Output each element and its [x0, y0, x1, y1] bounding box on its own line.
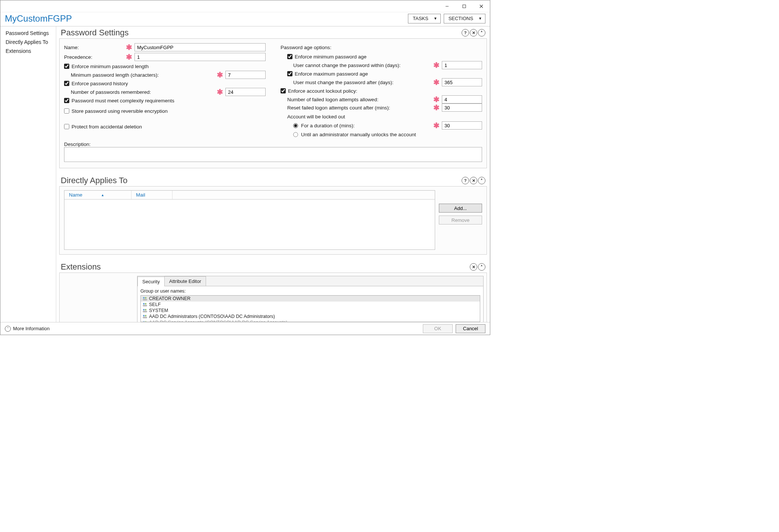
maximize-button[interactable]	[456, 0, 473, 12]
cancel-button[interactable]: Cancel	[456, 324, 485, 333]
protect-label: Protect from accidental deletion	[72, 124, 142, 130]
protect-deletion-checkbox[interactable]	[64, 124, 69, 129]
group-icon	[142, 302, 148, 307]
reversible-encryption-checkbox[interactable]	[64, 108, 69, 114]
main-area: Password Settings Directly Applies To Ex…	[0, 26, 490, 322]
sidebar-item-directly-applies[interactable]: Directly Applies To	[0, 38, 56, 47]
name-input[interactable]	[134, 43, 266, 51]
required-icon: ✱	[431, 79, 442, 86]
group-user-listbox[interactable]: CREATOR OWNER SELF SYSTEM	[140, 295, 480, 322]
directly-applies-panel: Name ▲ Mail Add... Remove	[59, 186, 487, 255]
section-title: Directly Applies To	[61, 176, 127, 185]
header: MyCustomFGPP TASKS ▼ SECTIONS ▼	[0, 12, 490, 26]
close-section-icon[interactable]: ✕	[470, 29, 477, 36]
lockout-admin-radio[interactable]	[293, 132, 298, 137]
history-count-label: Number of passwords remembered:	[71, 89, 151, 95]
sidebar-item-extensions[interactable]: Extensions	[0, 47, 56, 55]
column-header-name[interactable]: Name ▲	[64, 191, 132, 199]
section-header-directly-applies: Directly Applies To ? ✕ ˄	[59, 174, 487, 186]
enforce-max-age-checkbox[interactable]	[287, 71, 292, 76]
minimize-button[interactable]	[438, 0, 456, 12]
help-icon[interactable]: ?	[462, 29, 469, 36]
add-button[interactable]: Add...	[439, 204, 482, 213]
max-age-label: User must change the password after (day…	[293, 80, 393, 85]
svg-point-10	[143, 309, 145, 311]
svg-rect-1	[463, 5, 466, 8]
svg-rect-6	[143, 299, 147, 300]
group-icon	[142, 308, 148, 313]
enforce-max-age-label: Enforce maximum password age	[295, 71, 368, 77]
age-options-label: Password age options:	[281, 45, 332, 50]
sections-dropdown[interactable]: SECTIONS ▼	[444, 14, 485, 23]
sort-ascending-icon: ▲	[101, 193, 104, 197]
min-length-input[interactable]	[225, 71, 266, 79]
enforce-min-length-label: Enforce minimum password length	[72, 64, 149, 69]
group-names-label: Group or user names:	[140, 289, 480, 294]
svg-point-11	[145, 309, 147, 311]
section-header-password-settings: Password Settings ? ✕ ˄	[59, 26, 487, 38]
reset-count-input[interactable]	[442, 103, 482, 112]
required-icon: ✱	[215, 71, 225, 79]
precedence-label: Precedence:	[64, 54, 124, 60]
svg-point-17	[145, 321, 147, 322]
reversible-label: Store password using reversible encrypti…	[72, 108, 168, 114]
min-age-input[interactable]	[442, 61, 482, 69]
tasks-label: TASKS	[413, 16, 428, 21]
list-item[interactable]: AAD DC Service Accounts (CONTOSO\AAD DC …	[141, 319, 480, 322]
collapse-section-icon[interactable]: ˄	[478, 29, 485, 36]
required-icon: ✱	[431, 104, 442, 111]
list-item[interactable]: SYSTEM	[141, 308, 480, 313]
enforce-min-age-checkbox[interactable]	[287, 54, 292, 59]
svg-point-16	[143, 321, 145, 322]
svg-point-14	[145, 315, 147, 317]
lockout-duration-radio[interactable]	[293, 123, 298, 128]
group-icon	[142, 314, 148, 319]
complexity-checkbox[interactable]	[64, 98, 69, 103]
svg-point-5	[145, 297, 147, 299]
close-section-icon[interactable]: ✕	[470, 177, 477, 184]
list-item[interactable]: CREATOR OWNER	[141, 296, 480, 302]
enforce-min-length-checkbox[interactable]	[64, 64, 69, 69]
collapse-section-icon[interactable]: ˄	[478, 263, 485, 271]
enforce-lockout-checkbox[interactable]	[281, 88, 286, 93]
lockout-duration-input[interactable]	[442, 121, 482, 130]
tab-attribute-editor[interactable]: Attribute Editor	[164, 276, 206, 286]
description-label: Description:	[64, 141, 482, 147]
failed-attempts-label: Number of failed logon attempts allowed:	[287, 97, 379, 102]
content-pane[interactable]: Password Settings ? ✕ ˄ Name: ✱	[56, 26, 490, 322]
close-section-icon[interactable]: ✕	[470, 263, 477, 271]
remove-button: Remove	[439, 216, 482, 224]
window-titlebar	[0, 0, 490, 12]
precedence-input[interactable]	[134, 53, 266, 61]
applies-to-grid[interactable]: Name ▲ Mail	[64, 190, 435, 250]
tasks-dropdown[interactable]: TASKS ▼	[408, 14, 441, 23]
enforce-history-checkbox[interactable]	[64, 81, 69, 86]
close-button[interactable]	[473, 0, 490, 12]
sidebar-item-password-settings[interactable]: Password Settings	[0, 29, 56, 38]
lockout-header-label: Account will be locked out	[287, 114, 345, 120]
page-title: MyCustomFGPP	[5, 13, 72, 24]
svg-point-13	[143, 315, 145, 317]
list-item[interactable]: SELF	[141, 302, 480, 308]
chevron-up-icon: ˄	[5, 326, 11, 332]
tab-security[interactable]: Security	[137, 277, 165, 286]
min-length-label: Minimum password length (characters):	[71, 72, 159, 78]
column-header-mail[interactable]: Mail	[132, 191, 172, 199]
section-header-extensions: Extensions ✕ ˄	[59, 261, 487, 273]
failed-attempts-input[interactable]	[442, 95, 482, 103]
required-icon: ✱	[124, 44, 134, 51]
help-icon[interactable]: ?	[462, 177, 469, 184]
group-icon	[142, 320, 148, 322]
required-icon: ✱	[431, 122, 442, 129]
collapse-section-icon[interactable]: ˄	[478, 177, 485, 184]
required-icon: ✱	[431, 61, 442, 69]
more-information-link[interactable]: ˄ More Information	[5, 326, 50, 332]
required-icon: ✱	[215, 88, 225, 96]
reset-count-label: Reset failed logon attempts count after …	[287, 105, 390, 111]
description-input[interactable]	[64, 147, 482, 162]
max-age-input[interactable]	[442, 78, 482, 86]
history-count-input[interactable]	[225, 88, 266, 96]
svg-point-7	[143, 303, 145, 305]
section-title: Extensions	[61, 262, 101, 272]
list-item[interactable]: AAD DC Administrators (CONTOSO\AAD DC Ad…	[141, 313, 480, 319]
